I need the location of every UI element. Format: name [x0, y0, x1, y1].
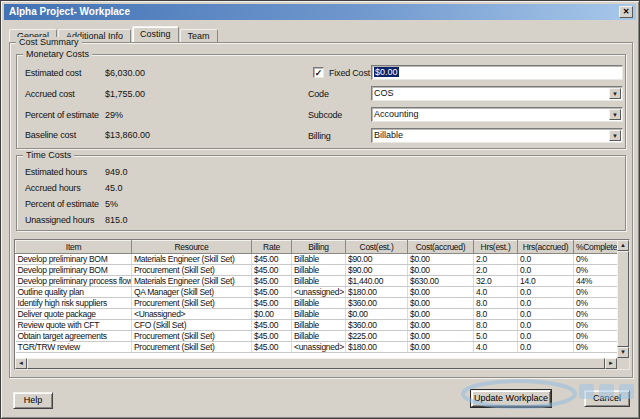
- horizontal-scrollbar[interactable]: ◄ ►: [15, 358, 617, 369]
- unassigned-hours-label: Unassigned hours: [25, 215, 94, 225]
- time-costs-group: Time Costs Estimated hours 949.0 Accrued…: [16, 155, 626, 231]
- table-cell: $0.00: [346, 309, 408, 320]
- table-row[interactable]: Develop preliminary process flowMaterial…: [16, 276, 620, 287]
- scroll-left-icon: ◄: [16, 359, 26, 368]
- tab-team[interactable]: Team: [180, 29, 218, 42]
- vertical-scrollbar-thumb[interactable]: [617, 251, 629, 347]
- baseline-cost-label: Baseline cost: [25, 130, 76, 140]
- table-cell: Materials Engineer (Skill Set): [132, 254, 252, 265]
- column-header[interactable]: Hrs(accrued): [518, 241, 574, 254]
- table-cell: $225.00: [346, 331, 408, 342]
- table-cell: $90.00: [346, 254, 408, 265]
- estimated-cost-label: Estimated cost: [25, 68, 81, 78]
- unassigned-hours-value: 815.0: [105, 215, 128, 225]
- title-bar[interactable]: Alpha Project- Workplace ✕: [4, 4, 636, 20]
- table-cell: Billable: [292, 276, 346, 287]
- table-cell: $0.00: [408, 342, 474, 353]
- code-dropdown-button[interactable]: ▼: [609, 88, 621, 99]
- scroll-up-button[interactable]: ▲: [617, 240, 629, 251]
- table-row[interactable]: Obtain target agreementsProcurement (Ski…: [16, 331, 620, 342]
- table-cell: TGR/TRW review: [16, 342, 132, 353]
- table-cell: Procurement (Skill Set): [132, 342, 252, 353]
- table-cell: 32.0: [474, 276, 518, 287]
- table-cell: 4.0: [474, 342, 518, 353]
- table-cell: $45.00: [252, 254, 292, 265]
- scroll-right-button[interactable]: ►: [605, 358, 617, 369]
- billing-dropdown-button[interactable]: ▼: [609, 130, 621, 141]
- code-select[interactable]: COS ▼: [371, 86, 623, 101]
- percent-of-estimate-value: 29%: [105, 110, 123, 120]
- time-percent-of-estimate-value: 5%: [105, 199, 118, 209]
- column-header[interactable]: Resource: [132, 241, 252, 254]
- table-cell: <Unassigned>: [132, 309, 252, 320]
- table-cell: Billable: [292, 331, 346, 342]
- table-cell: $45.00: [252, 287, 292, 298]
- close-button[interactable]: ✕: [619, 6, 633, 18]
- table-cell: 0%: [574, 331, 620, 342]
- scroll-left-button[interactable]: ◄: [15, 358, 27, 369]
- help-button[interactable]: Help: [13, 392, 53, 409]
- table-cell: 0%: [574, 309, 620, 320]
- billing-value: Billable: [374, 130, 403, 140]
- table-cell: 0.0: [518, 331, 574, 342]
- table-cell: 2.0: [474, 265, 518, 276]
- column-header[interactable]: Rate: [252, 241, 292, 254]
- vertical-scrollbar[interactable]: ▲ ▼: [617, 240, 629, 358]
- table-cell: 0.0: [518, 254, 574, 265]
- percent-of-estimate-row: Percent of estimate 29%: [17, 110, 317, 122]
- time-costs-label: Time Costs: [23, 150, 74, 160]
- fixed-cost-input[interactable]: $0.00: [371, 65, 623, 80]
- table-cell: $45.00: [252, 320, 292, 331]
- fixed-cost-checkbox[interactable]: ✓: [313, 67, 324, 78]
- table-cell: 0%: [574, 320, 620, 331]
- table-cell: <unassigned>: [292, 342, 346, 353]
- code-value: COS: [374, 88, 394, 98]
- table-row[interactable]: Identify high risk suppliersProcurement …: [16, 298, 620, 309]
- table-cell: Identify high risk suppliers: [16, 298, 132, 309]
- table-cell: $45.00: [252, 276, 292, 287]
- table-cell: $0.00: [408, 298, 474, 309]
- table-cell: 5.0: [474, 331, 518, 342]
- column-header[interactable]: Cost(accrued): [408, 241, 474, 254]
- table-row[interactable]: TGR/TRW reviewProcurement (Skill Set)$45…: [16, 342, 620, 353]
- table-row[interactable]: Deliver quote package<Unassigned>$0.00Bi…: [16, 309, 620, 320]
- table-row[interactable]: Develop preliminary BOMProcurement (Skil…: [16, 265, 620, 276]
- table-cell: $180.00: [346, 287, 408, 298]
- update-workplace-button[interactable]: Update Workplace: [471, 390, 551, 407]
- column-header[interactable]: Hrs(est.): [474, 241, 518, 254]
- table-cell: CFO (Skill Set): [132, 320, 252, 331]
- table-cell: 0.0: [518, 265, 574, 276]
- table-cell: $45.00: [252, 298, 292, 309]
- table-cell: Develop preliminary BOM: [16, 265, 132, 276]
- close-icon: ✕: [623, 7, 630, 16]
- table-cell: $630.00: [408, 276, 474, 287]
- chevron-down-icon: ▼: [610, 131, 620, 141]
- table-cell: 0%: [574, 342, 620, 353]
- table-cell: $0.00: [408, 331, 474, 342]
- subcode-dropdown-button[interactable]: ▼: [609, 109, 621, 120]
- horizontal-scrollbar-thumb[interactable]: [27, 358, 605, 369]
- column-header[interactable]: Item: [16, 241, 132, 254]
- tab-costing[interactable]: Costing: [132, 26, 179, 42]
- fixed-cost-label: Fixed Cost: [329, 68, 370, 78]
- percent-of-estimate-label: Percent of estimate: [25, 110, 99, 120]
- billing-select[interactable]: Billable ▼: [371, 128, 623, 143]
- column-header[interactable]: Billing: [292, 241, 346, 254]
- table-cell: 2.0: [474, 254, 518, 265]
- accrued-hours-label: Accrued hours: [25, 183, 80, 193]
- table-row[interactable]: Review quote with CFTCFO (Skill Set)$45.…: [16, 320, 620, 331]
- column-header[interactable]: Cost(est.): [346, 241, 408, 254]
- table-row[interactable]: Develop preliminary BOMMaterials Enginee…: [16, 254, 620, 265]
- subcode-value: Accounting: [374, 109, 419, 119]
- column-header[interactable]: %Complete: [574, 241, 620, 254]
- subcode-select[interactable]: Accounting ▼: [371, 107, 623, 122]
- cancel-button[interactable]: Cancel: [584, 390, 630, 407]
- table-cell: 0%: [574, 298, 620, 309]
- chevron-down-icon: ▼: [610, 89, 620, 99]
- table-cell: $360.00: [346, 320, 408, 331]
- table-cell: Billable: [292, 265, 346, 276]
- table-cell: Billable: [292, 320, 346, 331]
- scroll-down-button[interactable]: ▼: [617, 347, 629, 358]
- table-row[interactable]: Outline quality planQA Manager (Skill Se…: [16, 287, 620, 298]
- table-cell: Procurement (Skill Set): [132, 298, 252, 309]
